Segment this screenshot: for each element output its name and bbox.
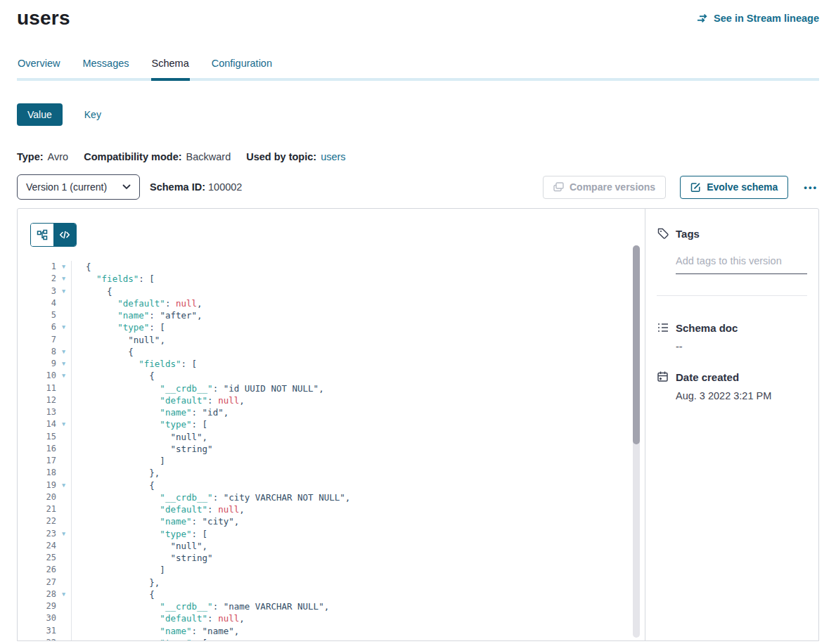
line-number: 19: [30, 479, 56, 491]
fold-gutter: [56, 334, 72, 346]
code-line: 25 "string": [30, 552, 645, 564]
code-text: "__crdb__": "id UUID NOT NULL",: [72, 382, 324, 394]
code-line: 10▼ {: [30, 370, 645, 382]
fold-gutter: [56, 406, 72, 418]
tab-schema[interactable]: Schema: [151, 58, 190, 78]
code-text: "name": "id",: [72, 406, 229, 418]
used-by-topic-label: Used by topic:: [246, 151, 316, 162]
line-number: 20: [30, 491, 56, 503]
fold-arrow-icon[interactable]: ▼: [56, 358, 72, 370]
line-number: 1: [30, 261, 56, 273]
tab-messages[interactable]: Messages: [82, 58, 129, 78]
fold-arrow-icon[interactable]: ▼: [56, 273, 72, 285]
line-number: 7: [30, 334, 56, 346]
fold-gutter: [56, 382, 72, 394]
code-line: 28▼ {: [30, 588, 645, 600]
fold-arrow-icon[interactable]: ▼: [56, 528, 72, 540]
code-view-icon: [59, 229, 70, 240]
topic-link[interactable]: users: [321, 151, 345, 162]
compatibility-label: Compatibility mode:: [84, 151, 181, 162]
evolve-schema-label: Evolve schema: [707, 181, 778, 193]
code-line: 26 ]: [30, 564, 645, 576]
tab-overview[interactable]: Overview: [17, 58, 60, 78]
fold-arrow-icon[interactable]: ▼: [56, 261, 72, 273]
fold-arrow-icon[interactable]: ▼: [56, 588, 72, 600]
schema-sidebar: Tags Schema doc --: [645, 209, 818, 640]
schema-panel: 1▼{2▼ "fields": [3▼ {4 "default": null,5…: [17, 208, 819, 641]
code-text: "null",: [72, 431, 207, 443]
evolve-schema-button[interactable]: Evolve schema: [680, 176, 788, 199]
code-text: "name": "after",: [72, 309, 202, 321]
code-line: 14▼ "type": [: [30, 418, 645, 430]
line-number: 8: [30, 346, 56, 358]
tree-view-icon: [37, 229, 48, 240]
fold-arrow-icon[interactable]: ▼: [56, 346, 72, 358]
version-toolbar: Version 1 (current) Schema ID: 100002 Co…: [17, 174, 819, 200]
code-line: 24 "null",: [30, 540, 645, 552]
fold-gutter: [56, 600, 72, 612]
fold-gutter: [56, 455, 72, 467]
date-created-value: Aug. 3 2022 3:21 PM: [676, 390, 807, 401]
code-scrollbar-track[interactable]: [633, 245, 640, 638]
code-text: "null",: [72, 540, 207, 552]
version-select[interactable]: Version 1 (current): [17, 174, 140, 200]
schema-doc-section-header: Schema doc: [657, 321, 807, 334]
page-title: users: [17, 7, 70, 30]
fold-arrow-icon[interactable]: ▼: [56, 285, 72, 297]
line-number: 16: [30, 443, 56, 455]
tab-configuration[interactable]: Configuration: [211, 58, 273, 78]
fold-arrow-icon[interactable]: ▼: [56, 637, 72, 640]
chevron-down-icon: [122, 184, 131, 190]
fold-gutter: [56, 515, 72, 527]
line-number: 6: [30, 321, 56, 333]
schema-id-value: 100002: [208, 181, 242, 193]
code-text: "type": [: [72, 418, 207, 430]
code-line: 32▼ "type": [: [30, 637, 645, 640]
code-text: "default": null,: [72, 503, 245, 515]
code-line: 13 "name": "id",: [30, 406, 645, 418]
schema-meta-row: Type: Avro Compatibility mode: Backward …: [17, 151, 819, 162]
code-line: 29 "__crdb__": "name VARCHAR NULL",: [30, 600, 645, 612]
see-in-stream-lineage-link[interactable]: See in Stream lineage: [697, 13, 819, 24]
line-number: 25: [30, 552, 56, 564]
code-line: 6▼ "type": [: [30, 321, 645, 333]
fold-arrow-icon[interactable]: ▼: [56, 370, 72, 382]
code-text: "default": null,: [72, 297, 202, 309]
code-line: 17 ]: [30, 455, 645, 467]
line-number: 18: [30, 467, 56, 479]
code-text: {: [72, 285, 112, 297]
schema-id-label: Schema ID:: [150, 181, 205, 193]
compatibility-field: Compatibility mode: Backward: [84, 151, 231, 162]
code-line: 30 "default": null,: [30, 612, 645, 624]
fold-arrow-icon[interactable]: ▼: [56, 418, 72, 430]
schema-code-pane: 1▼{2▼ "fields": [3▼ {4 "default": null,5…: [18, 209, 645, 640]
more-options-button[interactable]: •••: [802, 182, 819, 193]
code-text: "fields": [: [72, 273, 155, 285]
key-toggle-button[interactable]: Key: [74, 103, 112, 126]
fold-arrow-icon[interactable]: ▼: [56, 479, 72, 491]
fold-gutter: [56, 503, 72, 515]
code-text: {: [72, 479, 155, 491]
fold-gutter: [56, 577, 72, 588]
fold-gutter: [56, 491, 72, 503]
schema-doc-value: --: [676, 341, 807, 352]
code-text: "string": [72, 552, 213, 564]
line-number: 5: [30, 309, 56, 321]
tags-section-header: Tags: [657, 227, 807, 240]
value-toggle-button[interactable]: Value: [17, 103, 63, 126]
code-line: 1▼{: [30, 261, 645, 273]
tree-view-button[interactable]: [31, 224, 53, 246]
line-number: 21: [30, 503, 56, 515]
code-text: ]: [72, 564, 165, 576]
add-tags-input[interactable]: [676, 255, 807, 274]
code-scrollbar-thumb[interactable]: [633, 245, 640, 444]
fold-gutter: [56, 309, 72, 321]
value-key-toggle: Value Key: [17, 103, 819, 126]
code-view-button[interactable]: [53, 224, 76, 246]
tags-title: Tags: [676, 228, 700, 240]
line-number: 23: [30, 528, 56, 540]
code-line: 19▼ {: [30, 479, 645, 491]
fold-arrow-icon[interactable]: ▼: [56, 321, 72, 333]
compare-versions-button[interactable]: Compare versions: [543, 176, 666, 199]
code-line: 11 "__crdb__": "id UUID NOT NULL",: [30, 382, 645, 394]
